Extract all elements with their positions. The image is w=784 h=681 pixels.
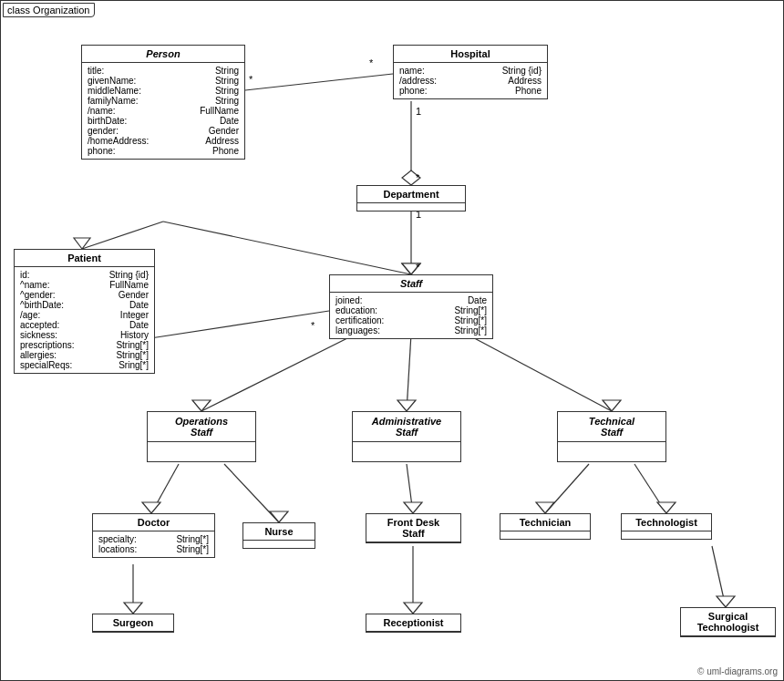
hospital-attrs: name:String {id} /address:Address phone:…: [394, 63, 547, 98]
svg-marker-34: [404, 603, 422, 614]
technician-class: Technician: [500, 513, 591, 540]
person-title: Person: [82, 46, 244, 63]
staff-class: Staff joined:Date education:String[*] ce…: [329, 274, 493, 339]
technician-attrs: [500, 531, 590, 539]
staff-title: Staff: [330, 275, 492, 293]
svg-marker-20: [603, 400, 621, 411]
surgical-tech-title: SurgicalTechnologist: [681, 608, 775, 636]
svg-text:1: 1: [416, 106, 421, 117]
svg-line-19: [466, 334, 612, 411]
svg-text:*: *: [416, 262, 420, 273]
svg-text:*: *: [311, 320, 315, 331]
svg-marker-5: [402, 170, 420, 185]
svg-text:*: *: [369, 57, 374, 68]
svg-line-0: [82, 222, 163, 249]
diagram-title: class Organization: [3, 3, 95, 17]
person-attrs: title:String givenName:String middleName…: [82, 63, 244, 159]
patient-class: Patient id:String {id} ^name:FullName ^g…: [14, 249, 155, 374]
hospital-title: Hospital: [394, 46, 547, 63]
technician-title: Technician: [500, 514, 590, 531]
svg-marker-22: [142, 502, 160, 513]
patient-title: Patient: [15, 250, 154, 267]
nurse-class: Nurse: [242, 522, 315, 549]
surgeon-class: Surgeon: [92, 614, 174, 633]
svg-marker-16: [192, 400, 211, 411]
front-desk-title: Front DeskStaff: [366, 514, 460, 542]
technical-staff-class: TechnicalStaff: [557, 411, 666, 462]
svg-line-29: [634, 464, 666, 513]
svg-line-35: [712, 546, 726, 607]
operations-staff-title: OperationsStaff: [148, 412, 255, 442]
technical-staff-title: TechnicalStaff: [558, 412, 665, 442]
nurse-title: Nurse: [243, 523, 315, 541]
svg-marker-28: [536, 502, 554, 513]
svg-marker-36: [717, 596, 735, 607]
surgical-tech-class: SurgicalTechnologist: [680, 607, 776, 637]
doctor-attrs: specialty:String[*] locations:String[*]: [93, 531, 214, 557]
technologist-attrs: [622, 531, 711, 539]
patient-attrs: id:String {id} ^name:FullName ^gender:Ge…: [15, 267, 154, 373]
svg-line-15: [201, 334, 356, 411]
admin-staff-class: AdministrativeStaff: [352, 411, 461, 462]
svg-text:*: *: [416, 172, 420, 183]
admin-staff-title: AdministrativeStaff: [353, 412, 460, 442]
nurse-attrs: [243, 541, 315, 548]
svg-marker-32: [124, 603, 142, 614]
person-class: Person title:String givenName:String mid…: [81, 45, 245, 160]
svg-marker-30: [657, 502, 676, 513]
svg-line-27: [545, 464, 589, 513]
diagram-container: class Organization 1 * * * 1 *: [0, 0, 784, 681]
doctor-title: Doctor: [93, 514, 214, 531]
technologist-title: Technologist: [622, 514, 711, 531]
svg-line-23: [224, 464, 279, 522]
svg-marker-26: [404, 502, 422, 513]
technologist-class: Technologist: [621, 513, 712, 540]
receptionist-title: Receptionist: [366, 614, 460, 632]
front-desk-class: Front DeskStaff: [366, 513, 461, 543]
svg-line-1: [163, 222, 411, 274]
svg-marker-2: [74, 238, 90, 249]
surgeon-title: Surgeon: [93, 614, 173, 632]
department-class: Department: [356, 185, 466, 212]
svg-line-37: [150, 311, 329, 338]
doctor-class: Doctor specialty:String[*] locations:Str…: [92, 513, 215, 558]
svg-marker-18: [397, 400, 416, 411]
operations-staff-class: OperationsStaff: [147, 411, 256, 462]
svg-line-8: [245, 74, 393, 90]
receptionist-class: Receptionist: [366, 614, 461, 633]
svg-line-25: [407, 464, 413, 513]
copyright: © uml-diagrams.org: [697, 666, 778, 676]
department-title: Department: [357, 186, 465, 203]
svg-text:*: *: [249, 74, 253, 85]
department-attrs: [357, 203, 465, 211]
staff-attrs: joined:Date education:String[*] certific…: [330, 293, 492, 338]
svg-marker-24: [270, 511, 288, 522]
svg-line-17: [407, 334, 411, 411]
hospital-class: Hospital name:String {id} /address:Addre…: [393, 45, 548, 99]
svg-line-21: [151, 464, 179, 513]
svg-marker-3: [402, 263, 420, 274]
svg-marker-12: [402, 263, 420, 274]
